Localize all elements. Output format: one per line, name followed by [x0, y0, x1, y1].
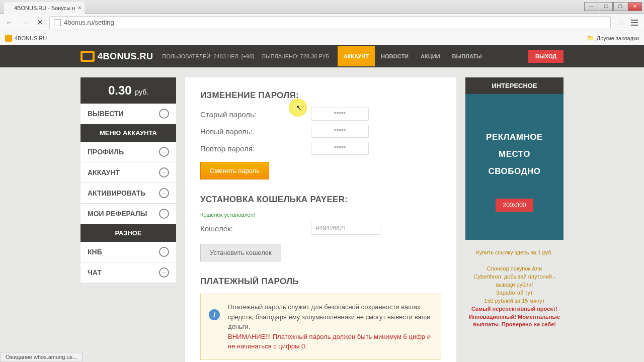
ad-links: Купить ссылку здесь за 1 руб. Спонсор по… [465, 249, 564, 329]
bookmark-item[interactable]: 4BONUS.RU [5, 35, 47, 42]
password-change-title: ИЗМЕНЕНИЕ ПАРОЛЯ: [200, 90, 441, 101]
window-close-icon[interactable]: ✕ [628, 2, 642, 11]
change-password-button[interactable]: Сменить пароль [200, 162, 269, 179]
wallet-title: УСТАНОВКА КОШЕЛЬКА PAYEER: [200, 195, 441, 205]
bookmark-favicon [5, 35, 12, 42]
main-content: ИЗМЕНЕНИЕ ПАРОЛЯ: Старый пароль: Новый п… [185, 77, 456, 362]
browser-toolbar: ← → ✕ 4bonus.ru/setting ☆ [0, 14, 644, 31]
set-wallet-button[interactable]: Установить кошелек [200, 244, 281, 261]
info-text: Платежный пароль служит для безопасной с… [228, 303, 430, 330]
arrow-right-icon: → [159, 188, 169, 198]
sidebar-item-knb[interactable]: КНБ → [80, 242, 176, 262]
ad-size-label: 200x300 [496, 199, 533, 212]
forward-button[interactable]: → [19, 17, 30, 28]
browser-menu-icon[interactable] [629, 20, 640, 26]
window-restore-icon[interactable]: ❐ [613, 2, 627, 11]
status-bar: Ожидание whos.amung.us... [0, 352, 83, 362]
repeat-password-label: Повтор пароля: [200, 144, 311, 153]
tab-close-icon[interactable]: ✕ [77, 5, 82, 11]
sidebar-item-label: КНБ [88, 248, 102, 256]
url-text: 4bonus.ru/setting [64, 19, 114, 26]
sidebar-left: 0.30 руб. ВЫВЕСТИ → МЕНЮ АККАУНТА ПРОФИЛ… [80, 77, 176, 362]
site-logo[interactable]: 4BONUS.RU [80, 51, 153, 62]
ad-line-3: СВОБОДНО [488, 166, 540, 176]
logout-button[interactable]: ВЫХОД [528, 50, 564, 63]
sidebar-header-account: МЕНЮ АККАУНТА [80, 124, 176, 142]
logo-text: 4BONUS.RU [98, 51, 153, 62]
ad-link[interactable]: Самый перспективный проект! Инновационны… [465, 305, 564, 329]
warning-text: ВНИМАНИЕ!!! Платежный пароль должен быть… [228, 333, 431, 350]
nav-payouts[interactable]: ВЫПЛАТЫ [446, 46, 488, 66]
sidebar-item-chat[interactable]: ЧАТ → [80, 262, 176, 283]
site-header: 4BONUS.RU ПОЛЬЗОВАТЕЛЕЙ: 2483 ЧЕЛ. [+98]… [0, 45, 644, 67]
wallet-input[interactable] [311, 222, 381, 235]
info-icon: i [209, 309, 220, 320]
ad-link[interactable]: Купить ссылку здесь за 1 руб. [465, 249, 564, 257]
sidebar-header-misc: РАЗНОЕ [80, 224, 176, 242]
arrow-right-icon: → [159, 109, 169, 119]
sidebar-item-label: ЧАТ [88, 268, 102, 277]
sidebar-right: ИНТЕРЕСНОЕ РЕКЛАМНОЕ МЕСТО СВОБОДНО 200x… [465, 77, 564, 362]
sidebar-item-account[interactable]: АККАУНТ → [80, 162, 176, 183]
folder-icon: 📁 [587, 35, 594, 41]
page-icon [54, 19, 61, 26]
stop-button[interactable]: ✕ [34, 17, 45, 28]
users-stat: ПОЛЬЗОВАТЕЛЕЙ: 2483 ЧЕЛ. [+98] [163, 53, 254, 59]
arrow-right-icon: → [159, 209, 169, 219]
wallet-success-msg: Кошелек установлен! [200, 212, 441, 218]
repeat-password-input[interactable] [311, 142, 369, 155]
other-bookmarks[interactable]: 📁 Другие закладки [587, 35, 639, 41]
ad-block[interactable]: РЕКЛАМНОЕ МЕСТО СВОБОДНО 200x300 [465, 94, 564, 240]
ad-link[interactable]: Заработай тут [465, 289, 564, 297]
paid-stat: ВЫПЛАЧЕНО: 728.38 РУБ [262, 53, 330, 59]
balance-value: 0.30 [108, 83, 132, 97]
arrow-right-icon: → [159, 267, 169, 278]
ads-header: ИНТЕРЕСНОЕ [465, 77, 564, 94]
sidebar-item-label: АККАУНТ [88, 168, 120, 176]
other-bookmarks-label: Другие закладки [597, 35, 639, 41]
ad-link[interactable]: 150 рублей за 15 минут [465, 297, 564, 305]
sidebar-item-referrals[interactable]: МОИ РЕФЕРАЛЫ → [80, 204, 176, 224]
balance-currency: руб. [135, 88, 148, 96]
nav-promo[interactable]: АКЦИИ [415, 46, 446, 66]
sidebar-item-label: МОИ РЕФЕРАЛЫ [88, 210, 147, 218]
sidebar-item-activate[interactable]: АКТИВИРОВАТЬ → [80, 183, 176, 204]
nav-news[interactable]: НОВОСТИ [375, 46, 415, 66]
arrow-right-icon: → [159, 147, 169, 157]
sidebar-item-label: АКТИВИРОВАТЬ [88, 189, 145, 197]
logo-icon [80, 51, 95, 62]
sidebar-item-label: ВЫВЕСТИ [88, 110, 124, 118]
tab-title-text: 4BONUS.RU - Бонусы н [14, 5, 75, 11]
tab-strip: 4BONUS.RU - Бонусы н ✕ [0, 0, 86, 14]
old-password-input[interactable] [311, 108, 369, 121]
cursor-arrow-icon: ↖ [296, 104, 302, 112]
page-body: 0.30 руб. ВЫВЕСТИ → МЕНЮ АККАУНТА ПРОФИЛ… [0, 67, 644, 362]
ad-link[interactable]: Cyberthron: добывай плутоний - выводи ру… [465, 273, 564, 289]
new-password-label: Новый пароль: [200, 127, 311, 136]
ad-line-1: РЕКЛАМНОЕ [486, 132, 543, 142]
sidebar-withdraw[interactable]: ВЫВЕСТИ → [80, 104, 176, 124]
window-maximize-icon[interactable]: ☐ [599, 2, 613, 11]
address-bar[interactable]: 4bonus.ru/setting [49, 16, 611, 29]
arrow-right-icon: → [159, 167, 169, 177]
wallet-label: Кошелек: [200, 224, 311, 233]
payment-password-title: ПЛАТЕЖНЫЙ ПАРОЛЬ [200, 277, 441, 287]
sidebar-item-profile[interactable]: ПРОФИЛЬ → [80, 142, 176, 162]
sidebar-item-label: ПРОФИЛЬ [88, 148, 124, 156]
bookmark-star-icon[interactable]: ☆ [618, 18, 625, 27]
bookmark-label: 4BONUS.RU [15, 35, 47, 41]
window-controls: — ☐ ❐ ✕ [584, 2, 642, 11]
ad-link[interactable]: Спонсор покупок Али [465, 265, 564, 273]
new-password-input[interactable] [311, 125, 369, 138]
balance-box: 0.30 руб. [80, 77, 176, 104]
ad-line-2: МЕСТО [499, 149, 530, 159]
back-button[interactable]: ← [4, 17, 15, 28]
nav-account[interactable]: АККАУНТ [338, 46, 375, 66]
arrow-right-icon: → [159, 247, 169, 257]
browser-tab[interactable]: 4BONUS.RU - Бонусы н ✕ [4, 2, 85, 14]
bookmark-bar: 4BONUS.RU 📁 Другие закладки [0, 31, 644, 45]
info-box: i Платежный пароль служит для безопасной… [200, 294, 441, 360]
window-titlebar: 4BONUS.RU - Бонусы н ✕ — ☐ ❐ ✕ [0, 0, 644, 14]
window-minimize-icon[interactable]: — [584, 2, 598, 11]
